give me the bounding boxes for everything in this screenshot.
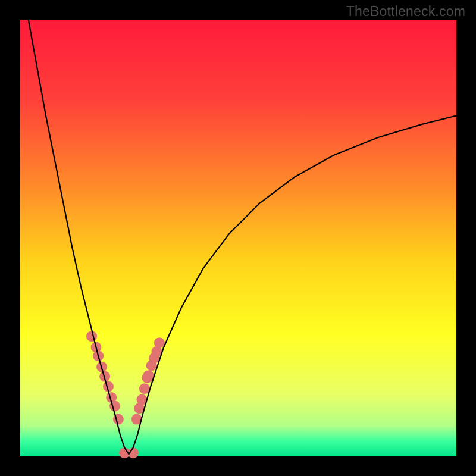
highlight-dot [86,331,97,342]
highlight-dot [143,370,154,381]
highlight-dot [154,337,165,348]
gradient-background [20,20,456,456]
chart-container: TheBottleneck.com [0,0,476,476]
highlight-dot [113,414,124,425]
bottleneck-chart [20,20,456,456]
watermark-label: TheBottleneck.com [346,4,465,20]
